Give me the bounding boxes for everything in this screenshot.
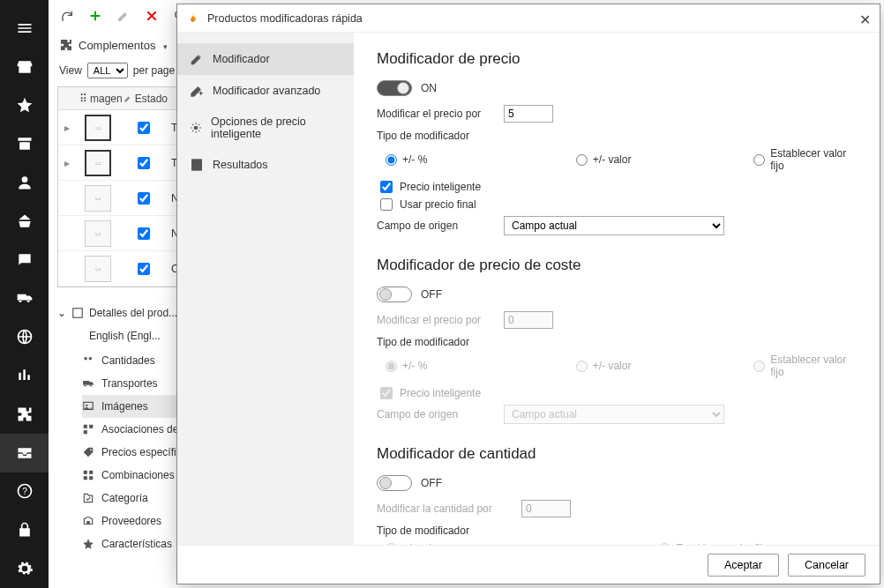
refresh-icon[interactable] [59, 8, 75, 24]
svg-rect-10 [89, 425, 93, 428]
lock-icon[interactable] [0, 510, 49, 549]
cost-toggle[interactable]: OFF [377, 287, 442, 302]
cost-modify-input [504, 311, 553, 329]
cost-source-select: Campo actual [504, 405, 724, 424]
qty-toggle[interactable]: OFF [377, 475, 442, 491]
row-checkbox[interactable] [138, 157, 150, 169]
price-radio-fixed[interactable]: Establecer valor fijo [753, 147, 857, 172]
cost-radio-percent: +/- % [386, 360, 523, 372]
svg-point-12 [90, 449, 92, 450]
svg-rect-16 [89, 476, 93, 480]
basket-icon[interactable] [0, 202, 49, 241]
dialog-footer: Aceptar Cancelar [177, 545, 880, 584]
svg-rect-13 [84, 471, 87, 474]
cost-heading: Modificador de precio de coste [377, 257, 857, 274]
complementos-label: Complementos [79, 39, 155, 52]
main-sidebar: ? [0, 0, 49, 588]
row-checkbox[interactable] [138, 227, 150, 240]
puzzle-icon[interactable] [0, 395, 49, 434]
dialog-nav: Modificador Modificador avanzado Opcione… [177, 33, 354, 545]
user-icon[interactable] [0, 163, 49, 202]
row-checkbox[interactable] [138, 122, 150, 134]
edit-icon[interactable] [116, 8, 131, 24]
price-type-label: Tipo de modificador [377, 130, 857, 142]
svg-rect-9 [84, 425, 87, 428]
cost-radio-fixed: Establecer valor fijo [753, 354, 857, 378]
globe-icon[interactable] [0, 317, 49, 356]
inbox-icon[interactable] [0, 434, 49, 473]
cost-radio-value: +/- valor [576, 360, 701, 372]
qty-modify-input [521, 500, 571, 517]
delete-icon[interactable] [144, 8, 160, 24]
col-imagen[interactable]: ⠿ magen [76, 93, 120, 105]
row-checkbox[interactable] [138, 192, 150, 205]
svg-rect-15 [84, 476, 87, 480]
quick-modifier-dialog: Productos modificadoras rápida ✕ Modific… [176, 4, 880, 584]
use-final-checkbox[interactable] [380, 198, 393, 211]
price-source-label: Campo de origen [377, 220, 491, 232]
details-title: Detalles del prod... [89, 307, 177, 319]
nav-resultados[interactable]: Resultados [177, 149, 354, 181]
add-icon[interactable] [87, 8, 103, 24]
price-heading: Modificador de precio [377, 50, 857, 68]
svg-text:?: ? [22, 488, 27, 497]
col-estado[interactable]: Estado [120, 93, 168, 105]
dialog-title: Productos modificadoras rápida [207, 12, 363, 25]
chevron-down-icon: ⌄ [57, 307, 66, 319]
svg-point-6 [89, 357, 93, 361]
star-icon[interactable] [0, 86, 49, 125]
svg-point-8 [86, 405, 87, 406]
nav-modificador[interactable]: Modificador [177, 43, 354, 75]
archive-icon[interactable] [0, 124, 49, 163]
qty-heading: Modificador de cantidad [377, 445, 857, 463]
price-modify-input[interactable] [504, 105, 553, 123]
svg-point-5 [84, 357, 87, 361]
stats-icon[interactable] [0, 356, 49, 395]
price-radio-value[interactable]: +/- valor [576, 153, 701, 166]
price-modify-label: Modificar el precio por [377, 108, 491, 120]
svg-rect-4 [73, 309, 83, 318]
chat-icon[interactable] [0, 241, 49, 279]
cost-smart-checkbox [380, 387, 393, 399]
app-logo-icon [186, 11, 200, 26]
svg-point-17 [194, 126, 198, 130]
nav-modificador-avanzado[interactable]: Modificador avanzado [177, 75, 354, 107]
dialog-titlebar: Productos modificadoras rápida ✕ [177, 4, 880, 33]
gear-icon[interactable] [0, 549, 49, 588]
nav-opciones-precio[interactable]: Opciones de precio inteligente [177, 107, 354, 149]
help-icon[interactable]: ? [0, 473, 49, 511]
accept-button[interactable]: Aceptar [708, 554, 779, 577]
per-page-label: per page [133, 64, 175, 77]
view-label: View [59, 64, 82, 77]
truck-icon[interactable] [0, 279, 49, 318]
price-radio-percent[interactable]: +/- % [386, 153, 523, 166]
cancel-button[interactable]: Cancelar [788, 554, 865, 577]
svg-rect-11 [84, 430, 87, 434]
smart-price-checkbox[interactable] [380, 181, 393, 193]
dialog-content: Modificador de precio ON Modificar el pr… [354, 33, 880, 545]
store-icon[interactable] [0, 48, 49, 86]
svg-rect-14 [89, 471, 93, 474]
chevron-down-icon [161, 39, 168, 52]
close-button[interactable]: ✕ [859, 11, 871, 28]
menu-icon[interactable] [0, 9, 49, 48]
row-checkbox[interactable] [138, 263, 150, 275]
price-source-select[interactable]: Campo actual [504, 216, 724, 235]
view-select[interactable]: ALL [87, 63, 128, 78]
price-toggle[interactable]: ON [377, 80, 437, 96]
